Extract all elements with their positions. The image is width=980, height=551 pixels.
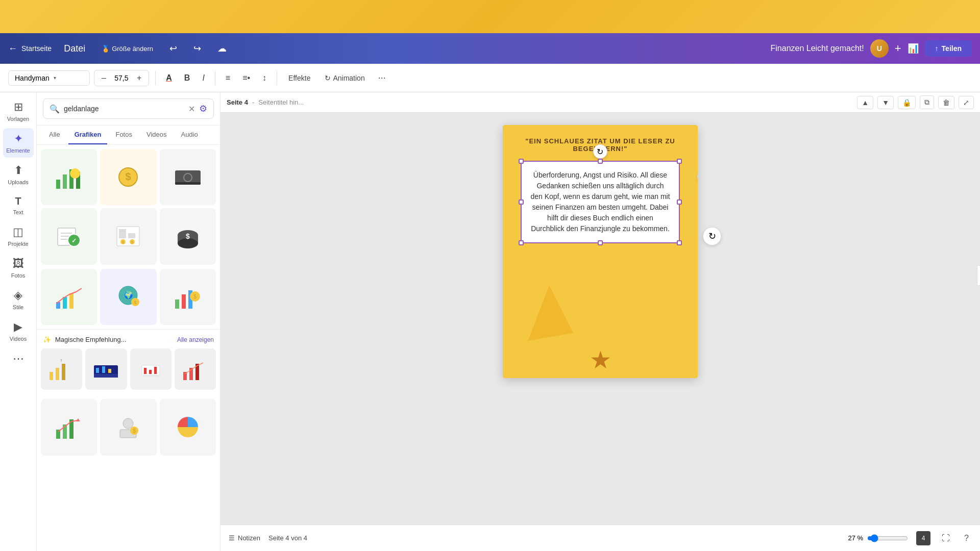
- share-button[interactable]: ↑ Teilen: [925, 40, 972, 57]
- add-user-button[interactable]: +: [895, 42, 901, 55]
- sidebar-item-uploads[interactable]: ⬆ Uploads: [3, 160, 34, 189]
- grid-item-3[interactable]: [160, 149, 216, 205]
- font-family-selector[interactable]: Handyman ▾: [8, 70, 90, 86]
- duplicate-button[interactable]: ⧉: [920, 95, 934, 109]
- svg-text:🌍: 🌍: [124, 291, 133, 299]
- align-button[interactable]: ≡: [222, 70, 234, 86]
- hide-panel-button[interactable]: ◀: [977, 265, 980, 286]
- resize-button[interactable]: 🏅 Größe ändern: [97, 43, 157, 55]
- animation-button[interactable]: ↻ Animation: [320, 71, 370, 85]
- file-menu-button[interactable]: Datei: [60, 41, 89, 56]
- handle-mr[interactable]: [677, 199, 682, 205]
- rotate-handle[interactable]: ↻: [593, 144, 607, 159]
- svg-rect-0: [56, 180, 60, 189]
- magic-item-4[interactable]: [175, 348, 216, 390]
- clear-search-button[interactable]: ✕: [188, 104, 195, 114]
- slide-body-text: Überforderung, Angst und Risiko. All die…: [530, 171, 670, 233]
- bottom-item-2[interactable]: $: [100, 399, 156, 455]
- star-decoration: ★: [590, 345, 611, 374]
- magic-rec-title: ✨ Magische Empfehlung...: [43, 336, 126, 343]
- help-button[interactable]: ?: [961, 532, 972, 545]
- magic-recommendation-section: ✨ Magische Empfehlung... Alle anzeigen ↑: [37, 329, 220, 395]
- sidebar-label-uploads: Uploads: [8, 179, 28, 185]
- undo-button[interactable]: ↩: [165, 41, 181, 56]
- decrease-font-button[interactable]: –: [99, 72, 109, 84]
- slide[interactable]: "EIN SCHLAUES ZITAT UM DIE LESER ZU BEGE…: [503, 125, 698, 378]
- grid-item-5[interactable]: $ $: [100, 208, 156, 264]
- grid-item-7[interactable]: [41, 269, 97, 325]
- handle-bl[interactable]: [519, 240, 524, 245]
- back-button[interactable]: ←: [8, 43, 17, 54]
- show-all-link[interactable]: Alle anzeigen: [177, 336, 214, 343]
- zoom-slider[interactable]: [867, 534, 908, 542]
- fullscreen-button[interactable]: ⛶: [939, 532, 953, 545]
- tab-audio[interactable]: Audio: [175, 126, 204, 144]
- magic-item-1[interactable]: ↑: [41, 348, 82, 390]
- top-banner: [0, 0, 980, 33]
- tab-videos[interactable]: Videos: [140, 126, 173, 144]
- sidebar-item-more[interactable]: ⋯: [3, 348, 34, 369]
- grid-item-9[interactable]: $: [160, 269, 216, 325]
- text-color-button[interactable]: A: [162, 70, 176, 86]
- sidebar-item-text[interactable]: T Text: [3, 191, 34, 219]
- tab-alle[interactable]: Alle: [43, 126, 66, 144]
- avatar[interactable]: U: [870, 39, 889, 58]
- italic-button[interactable]: I: [198, 70, 208, 86]
- increase-font-button[interactable]: +: [134, 72, 144, 84]
- notes-button[interactable]: ☰ Notizen: [229, 534, 260, 542]
- bottom-item-1[interactable]: [41, 399, 97, 455]
- sidebar-label-videos: Videos: [10, 336, 27, 342]
- home-link[interactable]: Startseite: [21, 44, 52, 53]
- slide-text-box[interactable]: Überforderung, Angst und Risiko. All die…: [521, 161, 680, 243]
- bottom-item-3[interactable]: [160, 399, 216, 455]
- sidebar-item-fotos[interactable]: 🖼 Fotos: [3, 253, 34, 283]
- svg-rect-44: [94, 374, 118, 378]
- handle-br[interactable]: [677, 240, 682, 245]
- tab-fotos[interactable]: Fotos: [109, 126, 138, 144]
- svg-text:$: $: [133, 428, 136, 434]
- magic-item-3[interactable]: [130, 348, 172, 390]
- spacing-button[interactable]: ↕: [258, 70, 271, 86]
- sidebar-item-vorlagen[interactable]: ⊞ Vorlagen: [3, 96, 34, 126]
- more-options-button[interactable]: ···: [374, 69, 390, 86]
- lock-button[interactable]: 🔒: [898, 96, 916, 109]
- grid-item-1[interactable]: [41, 149, 97, 205]
- sidebar-item-stile[interactable]: ◈ Stile: [3, 285, 34, 314]
- grid-item-6[interactable]: $: [160, 208, 216, 264]
- search-input[interactable]: [64, 105, 184, 113]
- grid-item-4[interactable]: ✓: [41, 208, 97, 264]
- rotate-icon: ↻: [597, 147, 603, 157]
- sidebar-item-projekte[interactable]: ◫ Projekte: [3, 221, 34, 251]
- list-button[interactable]: ≡•: [238, 70, 254, 86]
- move-down-button[interactable]: ▼: [877, 96, 894, 109]
- font-size-value[interactable]: 57,5: [111, 74, 132, 82]
- zoom-control: 27 %: [848, 534, 908, 542]
- grid-item-8[interactable]: 🌍 $: [100, 269, 156, 325]
- svg-rect-51: [154, 367, 157, 374]
- sidebar-item-elemente[interactable]: ✦ Elemente: [3, 128, 34, 158]
- tab-grafiken[interactable]: Grafiken: [68, 126, 108, 144]
- slide-bottom: ★: [590, 243, 611, 378]
- svg-rect-34: [175, 299, 179, 309]
- handle-ml[interactable]: [519, 199, 524, 205]
- delete-button[interactable]: 🗑: [938, 96, 954, 109]
- more-canvas-button[interactable]: ⤢: [959, 96, 974, 109]
- canvas-rotate-button[interactable]: ↻: [703, 227, 721, 245]
- filter-button[interactable]: ⚙: [199, 103, 207, 114]
- cloud-save-button[interactable]: ☁: [213, 41, 231, 56]
- redo-button[interactable]: ↪: [189, 41, 205, 56]
- right-float-button[interactable]: ↻: [697, 168, 698, 185]
- sidebar-label-vorlagen: Vorlagen: [7, 116, 29, 122]
- effects-button[interactable]: Effekte: [283, 71, 315, 85]
- move-up-button[interactable]: ▲: [857, 96, 873, 109]
- page-num-badge[interactable]: 4: [916, 531, 930, 545]
- header-right: Finanzen Leicht gemacht! U + 📊 ↑ Teilen: [771, 39, 972, 58]
- bold-button[interactable]: B: [180, 70, 194, 86]
- sidebar-item-videos[interactable]: ▶ Videos: [3, 316, 34, 346]
- bottom-bar: ☰ Notizen Seite 4 von 4 27 % 4 ⛶ ?: [220, 524, 980, 551]
- grid-item-2[interactable]: $: [100, 149, 156, 205]
- magic-item-2[interactable]: [85, 348, 127, 390]
- svg-text:$: $: [134, 300, 137, 305]
- canvas-scroll[interactable]: "EIN SCHLAUES ZITAT UM DIE LESER ZU BEGE…: [220, 113, 980, 524]
- analytics-button[interactable]: 📊: [908, 43, 919, 54]
